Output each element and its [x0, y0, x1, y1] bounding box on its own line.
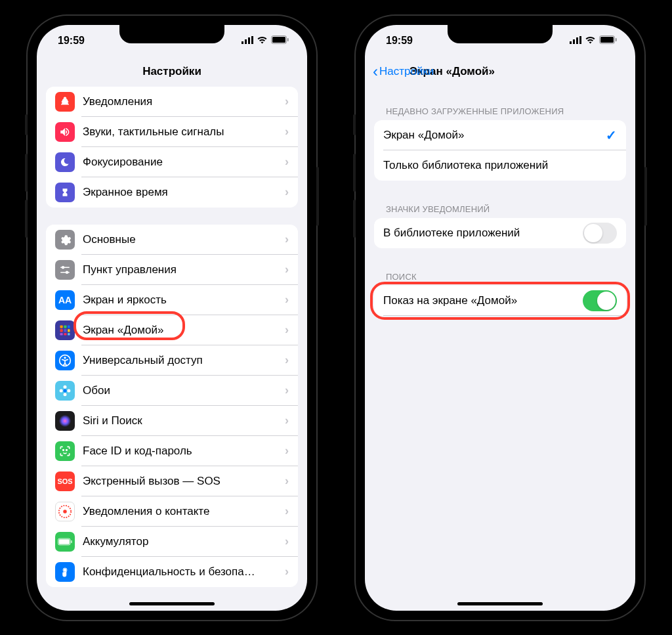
chevron-right-icon: ›	[285, 444, 289, 458]
signal-icon	[242, 35, 253, 47]
settings-row[interactable]: Только библиотека приложений	[374, 150, 626, 181]
settings-row[interactable]: Пункт управления›	[46, 255, 298, 285]
svg-point-32	[63, 510, 67, 514]
row-label: Аккумулятор	[83, 535, 285, 548]
flower-icon	[55, 381, 75, 401]
home-indicator[interactable]	[129, 602, 215, 605]
settings-row[interactable]: Обои›	[46, 376, 298, 406]
settings-row[interactable]: SOSЭкстренный вызов — SOS›	[46, 466, 298, 496]
svg-point-24	[64, 385, 67, 388]
settings-group-2: Основные›Пункт управления›AAЭкран и ярко…	[46, 225, 298, 587]
row-label: Экстренный вызов — SOS	[83, 475, 285, 488]
svg-rect-19	[64, 333, 66, 335]
row-label: Обои	[83, 384, 285, 397]
svg-point-27	[67, 389, 70, 392]
chevron-right-icon: ›	[285, 383, 289, 397]
svg-rect-6	[287, 38, 289, 41]
row-label: Уведомления о контакте	[83, 505, 285, 518]
siri-icon	[55, 411, 75, 431]
svg-rect-38	[576, 37, 578, 44]
svg-rect-0	[242, 41, 243, 44]
wifi-icon	[585, 35, 596, 47]
svg-rect-15	[60, 329, 63, 332]
settings-row[interactable]: Звуки, тактильные сигналы›	[46, 117, 298, 147]
svg-rect-18	[60, 333, 63, 335]
back-button[interactable]: ‹ Настройки	[373, 62, 434, 81]
settings-row[interactable]: Конфиденциальность и безопа…›	[46, 557, 298, 587]
section-search: Показ на экране «Домой»	[374, 286, 626, 316]
settings-row[interactable]: Face ID и код-пароль›	[46, 436, 298, 466]
row-label: Фокусирование	[83, 156, 285, 169]
hourglass-icon	[55, 183, 75, 202]
sound-icon	[55, 122, 75, 142]
battery-icon	[55, 532, 75, 552]
access-icon	[55, 351, 75, 370]
chevron-right-icon: ›	[285, 535, 289, 548]
settings-row[interactable]: Экран «Домой»›	[46, 315, 298, 345]
settings-row[interactable]: Основные›	[46, 225, 298, 255]
phone-left: 19:59 Настройки Уведомления›Звуки, такти…	[28, 16, 316, 620]
row-label: Экранное время	[83, 186, 285, 199]
page-title: Настройки	[142, 65, 201, 78]
row-label: Показ на экране «Домой»	[383, 294, 583, 307]
section-recent: Экран «Домой»✓Только библиотека приложен…	[374, 120, 626, 181]
chevron-right-icon: ›	[285, 353, 289, 367]
svg-point-29	[63, 449, 64, 450]
settings-row[interactable]: Аккумулятор›	[46, 527, 298, 557]
svg-rect-12	[60, 325, 63, 328]
gear-icon	[55, 230, 75, 250]
settings-row[interactable]: В библиотеке приложений	[374, 218, 626, 248]
status-time: 19:59	[58, 35, 85, 47]
chevron-right-icon: ›	[285, 232, 289, 246]
bell-icon	[55, 92, 75, 112]
svg-rect-34	[59, 539, 70, 544]
settings-row[interactable]: Показ на экране «Домой»	[374, 286, 626, 316]
settings-row[interactable]: Фокусирование›	[46, 147, 298, 177]
svg-rect-2	[248, 37, 250, 44]
chevron-right-icon: ›	[285, 323, 289, 337]
settings-row[interactable]: Универсальный доступ›	[46, 345, 298, 376]
row-label: Звуки, тактильные сигналы	[83, 125, 285, 139]
row-label: Экран «Домой»	[383, 129, 606, 142]
nav-header: Настройки	[37, 56, 307, 87]
svg-rect-5	[272, 37, 285, 43]
chevron-right-icon: ›	[285, 185, 289, 199]
settings-row[interactable]: Экранное время›	[46, 177, 298, 208]
svg-point-23	[64, 389, 67, 392]
phone-right: 19:59 ‹ Настройки Экран «Домой» Недавно …	[356, 16, 644, 620]
row-label: Face ID и код-пароль	[83, 445, 285, 458]
svg-rect-11	[60, 272, 70, 273]
svg-rect-1	[245, 39, 247, 44]
row-label: В библиотеке приложений	[383, 227, 583, 240]
battery-icon	[599, 35, 617, 47]
svg-rect-20	[68, 333, 70, 335]
home-indicator[interactable]	[457, 602, 543, 605]
svg-rect-16	[64, 329, 66, 332]
settings-row[interactable]: Siri и Поиск›	[46, 406, 298, 436]
svg-point-28	[59, 414, 71, 426]
moon-icon	[55, 152, 75, 172]
row-label: Siri и Поиск	[83, 414, 285, 427]
toggle-switch[interactable]	[583, 290, 617, 311]
settings-row[interactable]: Экран «Домой»✓	[374, 120, 626, 150]
hand-icon	[55, 562, 75, 582]
toggle-switch[interactable]	[583, 223, 617, 244]
svg-rect-39	[579, 36, 581, 44]
settings-row[interactable]: Уведомления›	[46, 87, 298, 117]
row-label: Экран «Домой»	[83, 324, 285, 337]
svg-point-30	[66, 449, 68, 450]
section-badges: В библиотеке приложений	[374, 218, 626, 248]
settings-row[interactable]: AAЭкран и яркость›	[46, 285, 298, 315]
chevron-right-icon: ›	[285, 414, 289, 427]
row-label: Универсальный доступ	[83, 354, 285, 367]
svg-rect-36	[570, 41, 572, 44]
face-icon	[55, 441, 75, 461]
settings-group-1: Уведомления›Звуки, тактильные сигналы›Фо…	[46, 87, 298, 208]
battery-icon	[271, 35, 289, 47]
row-label: Пункт управления	[83, 263, 285, 276]
sos-icon: SOS	[55, 471, 75, 491]
checkmark-icon: ✓	[606, 127, 617, 143]
section-header-recent: Недавно загруженные приложения	[374, 102, 626, 120]
signal-icon	[570, 35, 581, 47]
settings-row[interactable]: Уведомления о контакте›	[46, 496, 298, 527]
